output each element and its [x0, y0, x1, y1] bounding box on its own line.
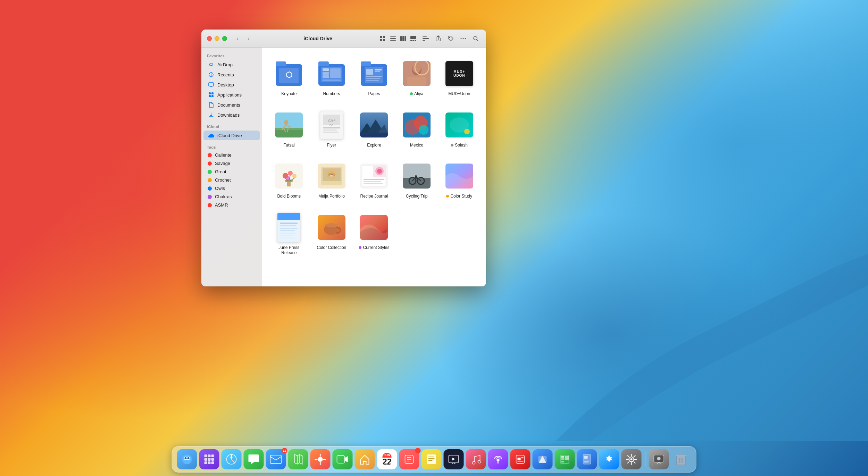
- sidebar-item-airdrop[interactable]: AirDrop: [203, 60, 260, 69]
- sidebar-item-icloud-drive[interactable]: iCloud Drive: [203, 131, 260, 140]
- sidebar-item-downloads[interactable]: Downloads: [203, 110, 260, 120]
- dock-safari[interactable]: [222, 449, 242, 469]
- close-button[interactable]: [207, 36, 212, 41]
- column-view-button[interactable]: [398, 34, 408, 43]
- dock-finder[interactable]: [177, 449, 197, 469]
- svg-point-171: [473, 461, 475, 464]
- dock-launchpad[interactable]: [199, 449, 219, 469]
- sidebar-item-chakras[interactable]: Chakras: [203, 193, 260, 201]
- dock-podcasts[interactable]: [488, 449, 508, 469]
- svg-point-89: [292, 174, 297, 178]
- dock-screen-recorder[interactable]: [649, 449, 669, 469]
- file-item-aliya[interactable]: Aliya: [397, 56, 437, 99]
- svg-rect-136: [205, 454, 207, 457]
- svg-rect-164: [428, 457, 435, 457]
- forward-button[interactable]: ›: [244, 34, 253, 43]
- mud-udon-name: MUD+Udon: [448, 91, 470, 97]
- list-view-button[interactable]: [388, 34, 398, 43]
- file-item-bold-blooms[interactable]: Bold Blooms: [269, 158, 309, 201]
- svg-rect-0: [380, 36, 382, 38]
- file-item-june-press[interactable]: June Press Release: [269, 210, 309, 258]
- file-item-keynote[interactable]: ⬡ Keynote: [269, 56, 309, 99]
- file-item-explore[interactable]: Explore: [354, 107, 394, 150]
- dock-maps[interactable]: [288, 449, 308, 469]
- sidebar-item-recents[interactable]: Recents: [203, 70, 260, 80]
- file-item-color-study[interactable]: Color Study: [439, 158, 479, 201]
- back-button[interactable]: ‹: [233, 34, 242, 43]
- file-item-recipe-journal[interactable]: Recipe Journal: [354, 158, 394, 201]
- sidebar-item-applications[interactable]: Applications: [203, 90, 260, 100]
- documents-label: Documents: [217, 102, 240, 108]
- sort-button[interactable]: [421, 34, 431, 43]
- dock-photos[interactable]: [310, 449, 331, 469]
- file-item-pages[interactable]: Pages: [354, 56, 394, 99]
- splash-name-container: Splash: [451, 143, 468, 148]
- svg-rect-12: [412, 40, 414, 41]
- dock-home[interactable]: [355, 449, 375, 469]
- pages-name: Pages: [368, 91, 380, 97]
- icon-view-button[interactable]: [378, 34, 388, 43]
- dock-tv[interactable]: ▶: [444, 449, 464, 469]
- file-item-color-collection[interactable]: Color Collection: [312, 210, 352, 258]
- maximize-button[interactable]: [222, 36, 227, 41]
- gallery-view-button[interactable]: [408, 34, 418, 43]
- file-item-futsal[interactable]: Futsal: [269, 107, 309, 150]
- file-item-cycling-trip[interactable]: Cycling Trip: [397, 158, 437, 201]
- svg-rect-183: [561, 458, 564, 460]
- svg-rect-46: [375, 69, 382, 70]
- sidebar-item-owls[interactable]: Owls: [203, 184, 260, 192]
- dock-numbers-app[interactable]: [555, 449, 575, 469]
- share-button[interactable]: [433, 34, 443, 43]
- dock-notes[interactable]: [422, 449, 442, 469]
- dock-news[interactable]: [510, 449, 531, 469]
- svg-rect-148: [270, 455, 282, 464]
- sidebar-item-documents[interactable]: Documents: [203, 100, 260, 110]
- file-item-current-styles[interactable]: Current Styles: [354, 210, 394, 258]
- great-dot: [208, 170, 212, 174]
- file-item-numbers[interactable]: Numbers: [312, 56, 352, 99]
- file-item-flyer[interactable]: 2024 PDF Flyer: [312, 107, 352, 150]
- svg-rect-110: [403, 178, 431, 189]
- sidebar-item-great[interactable]: Great: [203, 168, 260, 176]
- dock-keynote-app[interactable]: [533, 449, 553, 469]
- numbers-name: Numbers: [323, 91, 340, 97]
- sidebar-item-caliente[interactable]: Caliente: [203, 151, 260, 159]
- svg-rect-121: [280, 228, 298, 229]
- more-button[interactable]: [458, 34, 468, 43]
- sidebar-item-crochet[interactable]: Crochet: [203, 176, 260, 184]
- icloud-label: iCloud: [201, 123, 262, 130]
- svg-rect-28: [209, 95, 211, 97]
- svg-point-104: [377, 169, 382, 174]
- dock-mail[interactable]: 11: [266, 449, 286, 469]
- file-item-mexico[interactable]: Mexico: [397, 107, 437, 150]
- main-content: ⬡ Keynote: [262, 48, 486, 286]
- svg-rect-57: [275, 129, 303, 137]
- svg-rect-43: [361, 61, 371, 66]
- dock-system-preferences[interactable]: [621, 449, 642, 469]
- crochet-dot: [208, 178, 212, 182]
- minimize-button[interactable]: [215, 36, 219, 41]
- dock-calendar[interactable]: JUN 22: [377, 449, 397, 469]
- dock-pages-app[interactable]: [577, 449, 597, 469]
- svg-rect-123: [280, 233, 297, 234]
- sidebar-item-asmr[interactable]: ASMR: [203, 201, 260, 209]
- svg-rect-13: [415, 40, 416, 41]
- file-item-mud-udon[interactable]: MUD+ UDON MUD+Udon: [439, 56, 479, 99]
- sidebar-item-desktop[interactable]: Desktop: [203, 80, 260, 90]
- dock-trash[interactable]: [671, 449, 691, 469]
- keynote-name: Keynote: [281, 91, 297, 97]
- file-item-splash[interactable]: Splash: [439, 107, 479, 150]
- dock-appstore[interactable]: [599, 449, 619, 469]
- dock-reminders[interactable]: [399, 449, 419, 469]
- dock-music[interactable]: [466, 449, 486, 469]
- svg-point-135: [187, 457, 190, 459]
- sidebar-item-savage[interactable]: Savage: [203, 159, 260, 167]
- file-item-meija-portfolio[interactable]: ☕ Meija Portfolio: [312, 158, 352, 201]
- window-title: iCloud Drive: [258, 36, 378, 41]
- dock-messages[interactable]: [244, 449, 264, 469]
- search-button[interactable]: [471, 34, 481, 43]
- tag-button[interactable]: [446, 34, 456, 43]
- documents-icon: [208, 101, 215, 108]
- dock-facetime[interactable]: [333, 449, 353, 469]
- sidebar: Favorites AirDrop Recents Desktop: [201, 48, 262, 286]
